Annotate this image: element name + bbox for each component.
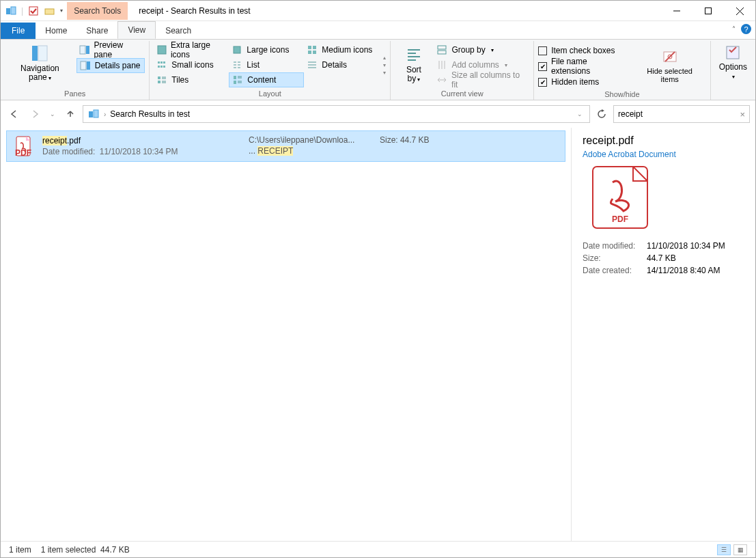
context-tab-search-tools[interactable]: Search Tools [67,2,128,20]
svg-rect-22 [163,61,165,64]
svg-rect-17 [313,46,316,49]
forward-button [27,107,43,121]
group-layout: Extra large icons Large icons Medium ico… [150,41,391,100]
layout-small[interactable]: Small icons [154,57,229,72]
result-date-modified: Date modified: 11/10/2018 10:34 PM [42,147,240,156]
group-by-button[interactable]: Group by▾ [434,42,529,57]
group-label-layout: Layout [154,88,386,100]
search-input[interactable] [618,109,740,119]
svg-rect-19 [313,51,316,54]
svg-rect-0 [6,8,10,14]
svg-rect-24 [160,66,163,68]
layout-expand-icon[interactable]: ▾ [383,70,386,76]
svg-rect-21 [160,61,163,64]
svg-rect-38 [158,81,160,83]
group-current-view: Sort by▾ Group by▾ Add columns▾ Size all… [391,41,534,100]
properties-icon[interactable] [27,5,40,17]
details-meta-size: Size:44.7 KB [583,253,744,263]
recent-locations-button[interactable]: ⌄ [47,109,58,119]
svg-rect-11 [86,46,89,54]
address-bar[interactable]: › Search Results in test ⌄ [83,105,590,123]
layout-list[interactable]: List [229,57,304,72]
ribbon-tabs: File Home Share View Search ˄ ? [1,21,755,39]
result-row[interactable]: PDF receipt.pdf Date modified: 11/10/201… [6,130,565,162]
view-details-toggle[interactable]: ☰ [717,544,731,555]
svg-rect-1 [11,7,16,14]
layout-details[interactable]: Details [304,57,379,72]
navigation-pane-button[interactable]: Navigation pane▾ [5,42,75,83]
help-icon[interactable]: ? [741,24,751,34]
result-title: receipt.pdf [42,135,240,145]
tab-view[interactable]: View [117,21,156,39]
svg-text:PDF: PDF [15,148,31,157]
details-title: receipt.pdf [583,135,744,147]
svg-rect-16 [308,46,311,49]
svg-rect-12 [81,61,86,70]
results-list[interactable]: PDF receipt.pdf Date modified: 11/10/201… [1,128,571,541]
svg-rect-59 [727,46,739,59]
tab-home[interactable]: Home [36,23,76,39]
layout-large[interactable]: Large icons [229,42,304,57]
qat-dropdown-icon[interactable]: ▾ [60,8,63,14]
layout-content[interactable]: Content [229,72,304,87]
options-button[interactable]: Options▾ [715,42,751,82]
minimize-ribbon-icon[interactable]: ˄ [732,25,736,33]
layout-medium[interactable]: Medium icons [304,42,379,57]
group-label-options-empty [715,88,751,100]
svg-rect-2 [29,7,38,15]
group-label-current-view: Current view [395,88,529,100]
back-button[interactable] [6,107,23,121]
layout-tiles[interactable]: Tiles [154,72,229,87]
layout-extra-large[interactable]: Extra large icons [154,42,229,57]
up-button[interactable] [62,107,79,121]
address-bar-row: ⌄ › Search Results in test ⌄ × [1,100,755,128]
refresh-button[interactable] [594,109,609,119]
svg-rect-5 [705,8,712,14]
svg-text:PDF: PDF [612,214,628,224]
preview-pane-button[interactable]: Preview pane [76,42,145,57]
details-pane-button[interactable]: Details pane [76,58,145,73]
tab-file[interactable]: File [1,23,36,39]
result-size: Size: 44.7 KB [380,135,430,145]
tab-share[interactable]: Share [76,23,117,39]
pdf-file-icon: PDF [12,135,34,157]
main-area: PDF receipt.pdf Date modified: 11/10/201… [1,128,755,541]
view-thumbnails-toggle[interactable]: ▦ [733,544,747,555]
layout-scroll-up-icon[interactable]: ▴ [383,55,386,61]
hidden-items-toggle[interactable]: ✔Hidden items [538,75,627,89]
explorer-icon [5,5,17,17]
address-dropdown-icon[interactable]: ⌄ [574,109,585,119]
breadcrumb-sep[interactable]: › [104,111,106,118]
breadcrumb[interactable]: Search Results in test [110,109,190,119]
status-item-count: 1 item [9,545,31,555]
close-button[interactable] [724,1,755,21]
layout-scroll-down-icon[interactable]: ▾ [383,62,386,68]
ribbon: Navigation pane▾ Preview pane Details pa… [1,39,755,100]
svg-rect-9 [38,46,47,61]
svg-rect-61 [94,110,98,117]
qat-divider: | [21,6,23,16]
group-panes: Navigation pane▾ Preview pane Details pa… [1,41,150,100]
file-name-extensions-toggle[interactable]: ✔File name extensions [538,59,627,73]
quick-access-toolbar: | ▾ [1,5,67,17]
group-show-hide: Item check boxes ✔File name extensions ✔… [534,41,710,100]
maximize-button[interactable] [692,1,724,21]
minimize-button[interactable] [661,1,692,21]
item-check-boxes-toggle[interactable]: Item check boxes [538,44,627,57]
svg-rect-51 [438,46,446,49]
hide-selected-items-button[interactable]: Hide selected items [634,42,706,89]
search-folder-icon [87,109,100,120]
details-thumbnail: PDF [592,166,648,229]
new-folder-icon[interactable] [44,5,56,17]
group-options: Options▾ [711,41,755,100]
title-bar: | ▾ Search Tools receipt - Search Result… [1,1,755,21]
clear-search-icon[interactable]: × [740,109,745,120]
group-label-panes: Panes [5,88,145,100]
svg-rect-52 [438,51,446,54]
tab-search[interactable]: Search [156,23,201,39]
sort-by-button[interactable]: Sort by▾ [395,42,432,87]
svg-rect-25 [163,66,165,68]
svg-rect-3 [45,9,54,14]
search-box[interactable]: × [613,105,750,123]
status-selected: 1 item selected 44.7 KB [41,545,130,555]
